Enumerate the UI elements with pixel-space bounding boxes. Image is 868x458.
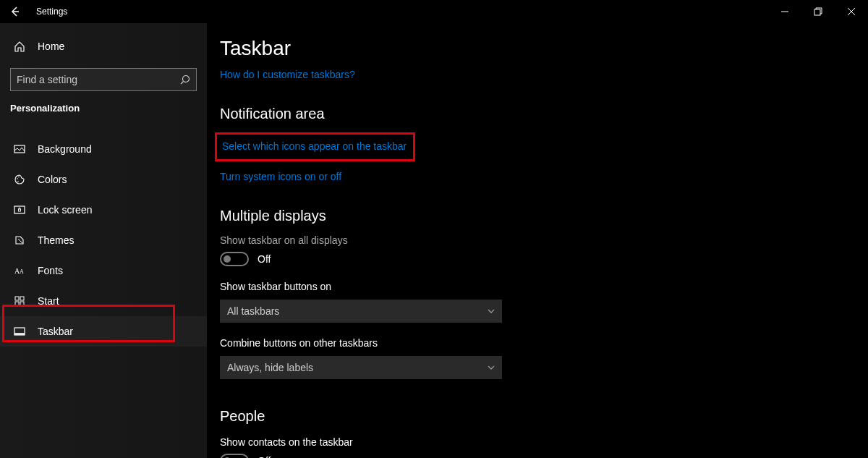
svg-rect-6: [14, 206, 25, 213]
dropdown-value: Always, hide labels: [227, 362, 313, 373]
sidebar-item-lock-screen[interactable]: Lock screen: [0, 195, 207, 225]
label-show-all-displays: Show taskbar on all displays: [220, 234, 868, 246]
search-icon: [180, 75, 190, 85]
themes-icon: [13, 234, 26, 247]
link-select-icons[interactable]: Select which icons appear on the taskbar: [222, 140, 407, 152]
svg-point-1: [183, 76, 190, 82]
sidebar-item-fonts[interactable]: AA Fonts: [0, 255, 207, 286]
sidebar-item-label: Colors: [38, 174, 67, 185]
maximize-icon: [814, 7, 822, 16]
chevron-down-icon: [488, 308, 495, 315]
svg-rect-15: [14, 333, 25, 335]
toggle-show-contacts-state: Off: [258, 455, 271, 458]
taskbar-icon: [13, 325, 26, 338]
toggle-show-all-state: Off: [258, 253, 271, 265]
sidebar-item-label: Lock screen: [38, 204, 92, 216]
svg-rect-12: [15, 302, 19, 305]
section-people-title: People: [220, 408, 868, 425]
sidebar-item-colors[interactable]: Colors: [0, 164, 207, 195]
svg-rect-7: [19, 209, 21, 211]
content: Taskbar How do I customize taskbars? Not…: [207, 23, 868, 458]
sidebar-item-label: Taskbar: [38, 326, 73, 337]
close-icon: [847, 7, 856, 16]
colors-icon: [13, 173, 26, 186]
home-icon: [13, 40, 26, 53]
svg-rect-0: [814, 9, 820, 15]
sidebar-item-background[interactable]: Background: [0, 134, 207, 164]
search-input[interactable]: Find a setting: [10, 68, 197, 91]
fonts-icon: AA: [13, 264, 26, 277]
sidebar-item-label: Themes: [38, 234, 75, 246]
sidebar-item-taskbar[interactable]: Taskbar: [0, 316, 207, 347]
section-notification-title: Notification area: [220, 106, 868, 122]
svg-rect-11: [20, 297, 24, 300]
sidebar-home-label: Home: [38, 41, 64, 52]
minimize-button[interactable]: [768, 0, 801, 23]
sidebar-item-label: Start: [38, 295, 59, 307]
dropdown-show-buttons-on[interactable]: All taskbars: [220, 300, 502, 323]
sidebar-item-start[interactable]: Start: [0, 286, 207, 316]
lock-screen-icon: [13, 203, 26, 216]
svg-text:A: A: [20, 268, 24, 275]
link-system-icons[interactable]: Turn system icons on or off: [220, 171, 341, 182]
sidebar-home[interactable]: Home: [0, 33, 207, 59]
window-title: Settings: [36, 7, 67, 17]
dropdown-combine-buttons[interactable]: Always, hide labels: [220, 356, 502, 379]
dropdown-value: All taskbars: [227, 305, 279, 317]
svg-rect-10: [15, 297, 19, 300]
sidebar-item-label: Background: [38, 143, 92, 155]
svg-point-4: [18, 177, 20, 178]
section-multi-title: Multiple displays: [220, 208, 868, 224]
search-placeholder: Find a setting: [17, 74, 180, 85]
back-arrow-icon: [9, 7, 20, 17]
svg-rect-13: [20, 302, 24, 305]
chevron-down-icon: [488, 364, 495, 371]
sidebar-item-label: Fonts: [38, 265, 63, 276]
sidebar-item-themes[interactable]: Themes: [0, 225, 207, 255]
back-button[interactable]: [0, 0, 29, 23]
label-show-contacts: Show contacts on the taskbar: [220, 436, 868, 448]
help-link[interactable]: How do I customize taskbars?: [220, 69, 355, 80]
highlight-link-icons: Select which icons appear on the taskbar: [215, 132, 415, 161]
label-combine-buttons: Combine buttons on other taskbars: [220, 337, 868, 349]
toggle-show-contacts[interactable]: [220, 454, 249, 458]
maximize-button[interactable]: [801, 0, 835, 23]
close-button[interactable]: [835, 0, 868, 23]
label-show-buttons-on: Show taskbar buttons on: [220, 281, 868, 292]
svg-point-3: [17, 178, 18, 179]
titlebar: Settings: [0, 0, 868, 23]
minimize-icon: [780, 7, 789, 16]
sidebar-section-title: Personalization: [0, 103, 207, 114]
start-icon: [13, 294, 26, 308]
svg-point-5: [17, 181, 19, 182]
toggle-show-all-displays[interactable]: [220, 252, 249, 266]
page-title: Taskbar: [220, 36, 868, 61]
sidebar: Home Find a setting Personalization Back…: [0, 23, 207, 458]
background-icon: [13, 143, 26, 156]
